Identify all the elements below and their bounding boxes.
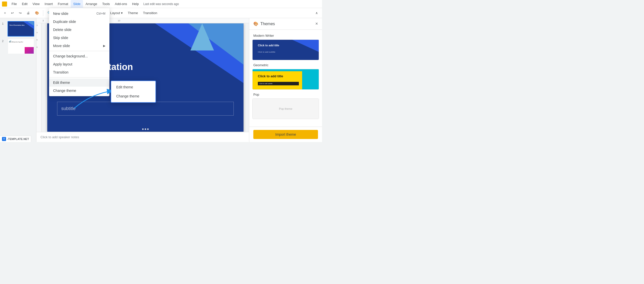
geo-right bbox=[302, 69, 319, 89]
geometric-thumb[interactable]: Click to add title Click to add subtitle bbox=[252, 69, 319, 90]
menu-arrange[interactable]: Arrange bbox=[83, 0, 100, 8]
menu-change-theme[interactable]: Change theme bbox=[49, 87, 109, 95]
mw-subtitle: Click to add subtitle bbox=[258, 51, 275, 53]
notes-placeholder: Click to add speaker notes bbox=[41, 135, 79, 139]
themes-title-row: 🎨 Themes bbox=[253, 21, 275, 26]
slides-panel: 1 Title of Presentation Here 2 bbox=[0, 18, 36, 142]
transition-btn[interactable]: Transition bbox=[141, 9, 159, 17]
collapse-toolbar-btn[interactable]: ∧ bbox=[313, 9, 320, 17]
themes-content: Modern Writer Click to add title Click t… bbox=[249, 30, 322, 127]
menu-addons[interactable]: Add-ons bbox=[112, 0, 130, 8]
menu-help[interactable]: Help bbox=[130, 0, 141, 8]
pop-label: Pop bbox=[249, 91, 322, 97]
menu-bar: File Edit View Insert Format Slide Arran… bbox=[0, 0, 322, 8]
modern-writer-thumb[interactable]: Click to add title Click to add subtitle bbox=[252, 40, 319, 60]
import-theme-btn[interactable]: Import theme bbox=[253, 130, 318, 139]
mw-deco bbox=[292, 40, 319, 52]
menu-move-slide[interactable]: Move slide ▶ bbox=[49, 42, 109, 50]
themes-title: Themes bbox=[260, 22, 275, 26]
menu-tools[interactable]: Tools bbox=[100, 0, 112, 8]
themes-close-btn[interactable]: × bbox=[315, 21, 318, 26]
slide-2-thumb[interactable]: 🔗 Start Writing Your Copy Here bbox=[8, 39, 34, 54]
mw-title: Click to add title bbox=[258, 44, 279, 47]
geometric-label: Geometric bbox=[249, 61, 322, 68]
dot-1 bbox=[142, 128, 144, 130]
menu-transition[interactable]: Transition bbox=[49, 68, 109, 76]
geo-title: Click to add title bbox=[258, 74, 283, 78]
pop-thumb-placeholder: Pop theme bbox=[279, 107, 292, 110]
menu-format[interactable]: Format bbox=[55, 0, 71, 8]
menu-slide[interactable]: Slide bbox=[71, 0, 83, 8]
geo-subtitle-bar: Click to add subtitle bbox=[258, 82, 299, 85]
themes-panel: 🎨 Themes × Modern Writer Click to add ti… bbox=[249, 18, 322, 142]
new-slide-shortcut: Ctrl+M bbox=[96, 12, 105, 15]
slide-2-item[interactable]: 2 🔗 Start Writing Your Copy Here bbox=[0, 38, 36, 55]
last-edit-label: Last edit was seconds ago bbox=[143, 2, 179, 6]
pop-thumb[interactable]: Pop theme bbox=[252, 98, 319, 119]
layout-btn[interactable]: Layout ▾ bbox=[108, 9, 125, 17]
move-slide-arrow: ▶ bbox=[103, 44, 105, 48]
dot-3 bbox=[147, 128, 149, 130]
menu-view[interactable]: View bbox=[30, 0, 42, 8]
slide-1-title-text: Title of Presentation Here bbox=[9, 24, 24, 26]
menu-divider-2 bbox=[49, 77, 109, 78]
slide-2-number: 2 bbox=[2, 39, 6, 43]
add-slide-btn[interactable]: + bbox=[2, 9, 8, 17]
import-btn-container: Import theme bbox=[249, 127, 322, 142]
modern-writer-label: Modern Writer bbox=[249, 32, 322, 39]
menu-skip-slide[interactable]: Skip slide bbox=[49, 34, 109, 42]
slide-menu-dropdown: New slide Ctrl+M Duplicate slide Delete … bbox=[49, 8, 109, 96]
undo-btn[interactable]: ↩ bbox=[9, 9, 16, 17]
toolbar: + ↩ ↪ 🖨 🎨 🔍 ↖ T Background Layout ▾ Them… bbox=[0, 8, 322, 18]
sub-edit-theme[interactable]: Edit theme bbox=[111, 83, 155, 92]
watermark-brand: -TEMPLATE.NET bbox=[7, 137, 29, 140]
print-btn[interactable]: 🖨 bbox=[25, 9, 32, 17]
notes-bar[interactable]: Click to add speaker notes bbox=[36, 132, 249, 142]
geo-bar bbox=[253, 69, 319, 71]
sub-change-theme[interactable]: Change theme bbox=[111, 92, 155, 101]
menu-edit-theme[interactable]: Edit theme bbox=[49, 79, 109, 87]
redo-btn[interactable]: ↪ bbox=[17, 9, 24, 17]
canvas-subtitle-box[interactable]: subtitle bbox=[57, 102, 234, 116]
geo-subtitle: Click to add subtitle bbox=[259, 83, 272, 84]
slide-2-title-text: Start Writing Your Copy Here bbox=[9, 41, 23, 43]
themes-header: 🎨 Themes × bbox=[249, 18, 322, 30]
main-layout: 1 Title of Presentation Here 2 bbox=[0, 18, 322, 142]
app-logo bbox=[2, 2, 7, 7]
menu-new-slide[interactable]: New slide Ctrl+M bbox=[49, 10, 109, 18]
slide-1-thumb[interactable]: Title of Presentation Here bbox=[8, 21, 34, 37]
sep1 bbox=[43, 10, 43, 16]
menu-edit[interactable]: Edit bbox=[19, 0, 30, 8]
canvas-subtitle: subtitle bbox=[61, 106, 76, 111]
sub-menu: Edit theme Change theme bbox=[111, 81, 156, 103]
menu-delete-slide[interactable]: Delete slide bbox=[49, 26, 109, 34]
themes-icon: 🎨 bbox=[253, 21, 258, 26]
scroll-indicator bbox=[142, 128, 149, 130]
menu-duplicate-slide[interactable]: Duplicate slide bbox=[49, 18, 109, 26]
dot-2 bbox=[145, 128, 146, 130]
menu-divider-1 bbox=[49, 51, 109, 51]
menu-file[interactable]: File bbox=[9, 0, 19, 8]
menu-apply-layout[interactable]: Apply layout bbox=[49, 60, 109, 68]
ruler-vertical: 3 4 5 6 bbox=[36, 23, 42, 132]
watermark: T -TEMPLATE.NET bbox=[0, 136, 31, 142]
theme-btn[interactable]: Theme bbox=[126, 9, 140, 17]
menu-insert[interactable]: Insert bbox=[42, 0, 55, 8]
format-paint-btn[interactable]: 🎨 bbox=[33, 9, 41, 17]
slide-1-number: 1 bbox=[2, 21, 6, 25]
watermark-t: T bbox=[2, 137, 6, 141]
slide-1-item[interactable]: 1 Title of Presentation Here bbox=[0, 20, 36, 38]
menu-change-background[interactable]: Change background... bbox=[49, 52, 109, 60]
